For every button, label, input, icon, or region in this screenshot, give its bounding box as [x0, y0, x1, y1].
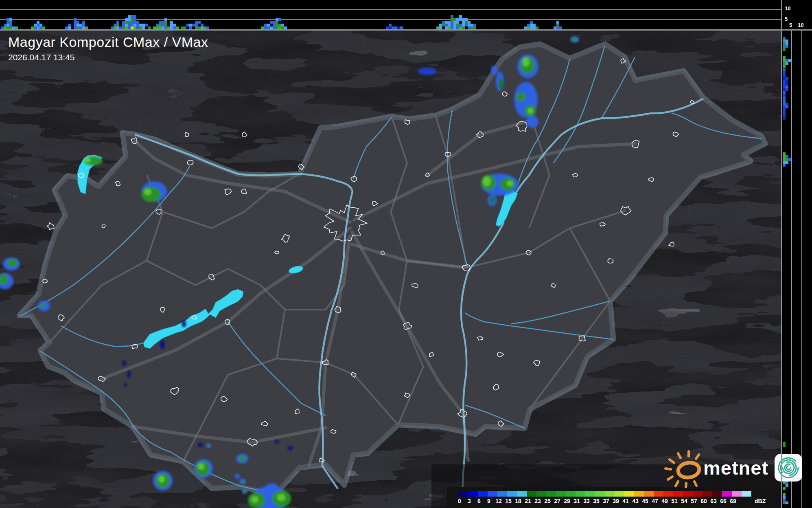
- colorbar-swatch: [673, 491, 683, 497]
- colorbar-swatch: [458, 491, 468, 497]
- dbz-colorbar: 0369121518212325272931333537394143454749…: [447, 487, 781, 508]
- vertical-divider: [781, 0, 782, 508]
- colorbar-swatch: [517, 491, 527, 497]
- colorbar-tick-label: 23: [534, 498, 541, 504]
- echo-blob: [571, 37, 577, 41]
- title-block: Magyar Kompozit CMax / VMax 2026.04.17 1…: [8, 34, 208, 62]
- echo-blob: [182, 321, 186, 327]
- top-axis-label-5km: 5: [785, 16, 788, 22]
- page-title: Magyar Kompozit CMax / VMax: [8, 34, 208, 50]
- colorbar-tick-label: 0: [458, 498, 461, 504]
- colorbar-tick-label: 3: [468, 498, 471, 504]
- echo-blob: [198, 463, 204, 470]
- echo-blob: [40, 303, 46, 308]
- horizontal-divider: [0, 29, 812, 31]
- echo-blob: [507, 180, 513, 186]
- colorbar-swatch: [644, 491, 654, 497]
- axis-corner: [782, 0, 812, 29]
- colorbar-tick-label: 6: [477, 498, 481, 504]
- colorbar-tick-label: 33: [583, 498, 590, 504]
- colorbar-swatch: [605, 491, 615, 497]
- colorbar-tick-label: 49: [661, 498, 668, 504]
- colorbar-tick-label: 21: [525, 498, 531, 504]
- colorbar-tick-label: 57: [691, 498, 697, 504]
- colorbar-swatch: [624, 491, 634, 497]
- echo-blob: [275, 440, 279, 443]
- colorbar-swatch: [615, 491, 624, 497]
- hungary-border: [0, 0, 812, 508]
- echo-blob: [491, 66, 497, 75]
- echo-blob: [7, 259, 18, 267]
- colorbar-swatch: [703, 491, 712, 497]
- colorbar-swatch: [468, 491, 478, 497]
- colorbar-swatch: [546, 491, 556, 497]
- top-axis-label-10km: 10: [785, 5, 790, 11]
- echo-blob: [418, 68, 436, 75]
- colorbar-tick-label: 69: [730, 498, 736, 504]
- echo-blob: [84, 158, 91, 163]
- top-vmax-panel: [0, 0, 781, 29]
- colorbar-tick-label: 15: [505, 498, 512, 504]
- echo-blob: [208, 445, 210, 447]
- echo-blob: [288, 446, 293, 450]
- echo-blob: [242, 480, 245, 484]
- colorbar-tick-label: 41: [622, 498, 629, 504]
- colorbar-swatch: [488, 491, 497, 497]
- colorbar-tick-label: 43: [632, 498, 639, 504]
- colorbar-tick-label: 37: [603, 498, 609, 504]
- colorbar-swatch: [556, 491, 566, 497]
- echo-blob: [123, 360, 126, 366]
- echo-blob: [160, 340, 164, 349]
- echo-blob: [198, 443, 203, 447]
- colorbar-swatch: [576, 491, 585, 497]
- echo-blob: [239, 456, 246, 462]
- colorbar-swatch: [507, 491, 517, 497]
- colorbar-swatch: [654, 491, 663, 497]
- echo-blob: [277, 494, 285, 501]
- colorbar-tick-label: 60: [700, 498, 707, 504]
- hungary-radar-map: [0, 0, 812, 508]
- colorbar-swatches: [458, 491, 751, 497]
- echo-blob: [483, 176, 491, 186]
- colorbar-tick-label: 54: [681, 498, 687, 504]
- echo-blob: [144, 189, 151, 195]
- colorbar-tick-label: 35: [593, 498, 600, 504]
- colorbar-tick-label: 25: [544, 498, 551, 504]
- echo-blob: [265, 483, 278, 492]
- colorbar-swatch: [478, 491, 488, 497]
- colorbar-tick-label: 9: [487, 498, 490, 504]
- colorbar-tick-label: 12: [495, 498, 502, 504]
- colorbar-tick-label: 39: [613, 498, 619, 504]
- colorbar-swatch: [693, 491, 703, 497]
- metnet-wordmark: metnet: [703, 457, 768, 479]
- colorbar-swatch: [527, 491, 536, 497]
- metnet-app-icon: [774, 453, 803, 482]
- echo-blob: [526, 116, 538, 128]
- echo-blob: [234, 474, 240, 479]
- right-axis-label-5km: 5: [789, 22, 792, 28]
- colorbar-swatch: [595, 491, 605, 497]
- echo-blob: [251, 496, 258, 503]
- colorbar-swatch: [566, 491, 576, 497]
- echo-blob: [127, 371, 131, 378]
- colorbar-swatch: [722, 491, 732, 497]
- right-axis-label-10km: 10: [798, 22, 803, 28]
- echo-blob: [124, 383, 127, 387]
- radar-composite-screen: 10 5 5 10 Magyar Kompozit CMax / VMax 20…: [0, 0, 812, 508]
- colorbar-swatch: [712, 491, 722, 497]
- colorbar-swatch: [732, 491, 742, 497]
- echo-blob: [499, 78, 503, 90]
- colorbar-tick-label: 45: [642, 498, 648, 504]
- colorbar-tick-label: 29: [564, 498, 570, 504]
- echo-blob: [243, 490, 247, 493]
- colorbar-tick-label: 27: [554, 498, 560, 504]
- echo-blob: [516, 92, 526, 101]
- colorbar-swatch: [585, 491, 595, 497]
- colorbar-tick-label: 63: [710, 498, 717, 504]
- colorbar-swatch: [683, 491, 693, 497]
- colorbar-swatch: [634, 491, 644, 497]
- right-vmax-panel: [782, 31, 812, 508]
- sun-icon: [663, 447, 708, 488]
- echo-blob: [522, 57, 530, 66]
- echo-blob: [158, 475, 165, 483]
